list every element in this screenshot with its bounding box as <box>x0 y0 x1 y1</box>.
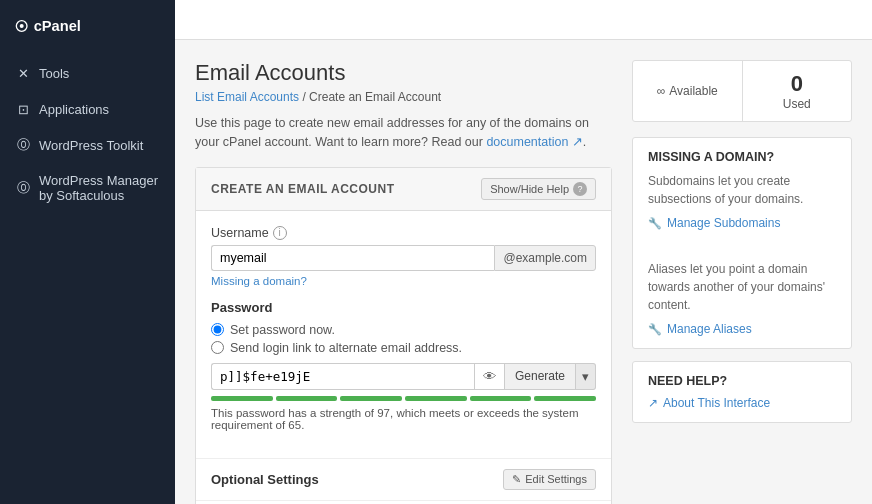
sidebar-item-wordpress-toolkit[interactable]: ⓪ WordPress Toolkit <box>0 127 175 163</box>
right-panel: ∞ Available 0 Used MISSING A DOMAIN? Sub… <box>632 60 852 484</box>
manage-subdomains-link[interactable]: 🔧 Manage Subdomains <box>648 216 836 230</box>
sidebar-item-wp-manager-label: WordPress Manager by Softaculous <box>39 173 160 203</box>
form-card-footer: Stay on this page after I click Create. … <box>196 500 611 505</box>
edit-icon: ✎ <box>512 473 521 486</box>
content-area: Email Accounts List Email Accounts / Cre… <box>175 40 872 504</box>
radio-set-password: Set password now. <box>211 323 596 337</box>
strength-seg-2 <box>276 396 338 401</box>
sidebar-item-wp-toolkit-label: WordPress Toolkit <box>39 138 143 153</box>
sidebar-item-applications-label: Applications <box>39 102 109 117</box>
username-info-icon[interactable]: i <box>273 226 287 240</box>
documentation-link[interactable]: documentation ↗ <box>486 135 582 149</box>
optional-settings-header: Optional Settings ✎ Edit Settings <box>196 458 611 500</box>
form-card-title: CREATE AN EMAIL ACCOUNT <box>211 182 395 196</box>
generate-dropdown-button[interactable]: ▾ <box>576 363 596 390</box>
username-group: Username i @example.com Missing a domain… <box>211 226 596 288</box>
form-card-body: Username i @example.com Missing a domain… <box>196 211 611 458</box>
strength-seg-1 <box>211 396 273 401</box>
form-card-header: CREATE AN EMAIL ACCOUNT Show/Hide Help ? <box>196 168 611 211</box>
available-stat: ∞ Available <box>633 61 743 121</box>
missing-domain-section: MISSING A DOMAIN? Subdomains let you cre… <box>632 137 852 349</box>
need-help-title: NEED HELP? <box>648 374 836 388</box>
box-icon: ⊡ <box>15 101 31 117</box>
breadcrumb: List Email Accounts / Create an Email Ac… <box>195 90 612 104</box>
username-input-group: @example.com <box>211 245 596 271</box>
stats-bar: ∞ Available 0 Used <box>632 60 852 122</box>
sidebar-item-tools[interactable]: ✕ Tools <box>0 55 175 91</box>
left-panel: Email Accounts List Email Accounts / Cre… <box>195 60 612 484</box>
password-input[interactable] <box>211 363 474 390</box>
svg-text:cPanel: cPanel <box>34 18 81 34</box>
strength-seg-6 <box>534 396 596 401</box>
eye-icon: 👁 <box>483 369 496 384</box>
password-input-group: 👁 Generate ▾ <box>211 363 596 390</box>
show-hide-help-button[interactable]: Show/Hide Help ? <box>481 178 596 200</box>
password-strength-text: This password has a strength of 97, whic… <box>211 407 596 431</box>
password-label: Password <box>211 300 596 315</box>
generate-password-button[interactable]: Generate <box>504 363 576 390</box>
username-input[interactable] <box>211 245 494 271</box>
edit-settings-label: Edit Settings <box>525 473 587 485</box>
x-icon: ✕ <box>15 65 31 81</box>
used-value: 0 <box>791 71 803 97</box>
breadcrumb-list-link[interactable]: List Email Accounts <box>195 90 299 104</box>
radio-set-password-input[interactable] <box>211 323 224 336</box>
username-label: Username i <box>211 226 596 240</box>
svg-point-2 <box>20 24 24 28</box>
password-group: Password Set password now. Send login li… <box>211 300 596 431</box>
strength-seg-5 <box>470 396 532 401</box>
password-strength-bar <box>211 396 596 401</box>
strength-seg-4 <box>405 396 467 401</box>
main-content: Email Accounts List Email Accounts / Cre… <box>175 0 872 504</box>
infinity-icon: ∞ <box>657 84 666 98</box>
manage-aliases-link[interactable]: 🔧 Manage Aliases <box>648 322 836 336</box>
about-interface-link[interactable]: ↗ About This Interface <box>648 396 836 410</box>
radio-send-login-label: Send login link to alternate email addre… <box>230 341 462 355</box>
manage-subdomains-label: Manage Subdomains <box>667 216 780 230</box>
top-bar <box>175 0 872 40</box>
wp2-icon: ⓪ <box>15 180 31 196</box>
about-interface-label: About This Interface <box>663 396 770 410</box>
page-description: Use this page to create new email addres… <box>195 114 612 152</box>
used-label: Used <box>783 97 811 111</box>
wrench-icon: 🔧 <box>648 217 662 230</box>
breadcrumb-current: Create an Email Account <box>309 90 441 104</box>
manage-aliases-label: Manage Aliases <box>667 322 752 336</box>
radio-set-password-label: Set password now. <box>230 323 335 337</box>
domain-suffix: @example.com <box>494 245 596 271</box>
sidebar-item-wordpress-manager[interactable]: ⓪ WordPress Manager by Softaculous <box>0 163 175 213</box>
used-stat: 0 Used <box>743 61 852 121</box>
chevron-down-icon: ▾ <box>582 369 589 384</box>
page-title: Email Accounts <box>195 60 612 86</box>
sidebar-logo: cPanel <box>0 0 175 55</box>
wp-icon: ⓪ <box>15 137 31 153</box>
generate-label: Generate <box>515 369 565 383</box>
radio-send-login-input[interactable] <box>211 341 224 354</box>
show-hide-help-label: Show/Hide Help <box>490 183 569 195</box>
missing-domain-link[interactable]: Missing a domain? <box>211 275 307 287</box>
wrench2-icon: 🔧 <box>648 323 662 336</box>
sidebar-item-tools-label: Tools <box>39 66 69 81</box>
edit-settings-button[interactable]: ✎ Edit Settings <box>503 469 596 490</box>
help-icon: ? <box>573 182 587 196</box>
external-link-icon: ↗ <box>648 396 658 410</box>
sidebar-item-applications[interactable]: ⊡ Applications <box>0 91 175 127</box>
missing-domain-section-title: MISSING A DOMAIN? <box>648 150 836 164</box>
need-help-section: NEED HELP? ↗ About This Interface <box>632 361 852 423</box>
missing-domain-desc: Subdomains let you create subsections of… <box>648 172 836 208</box>
available-label: ∞ Available <box>657 84 718 98</box>
radio-send-login: Send login link to alternate email addre… <box>211 341 596 355</box>
sidebar: cPanel ✕ Tools ⊡ Applications ⓪ WordPres… <box>0 0 175 504</box>
toggle-password-visibility-button[interactable]: 👁 <box>474 363 504 390</box>
optional-settings-title: Optional Settings <box>211 472 319 487</box>
create-email-form-card: CREATE AN EMAIL ACCOUNT Show/Hide Help ?… <box>195 167 612 505</box>
strength-seg-3 <box>340 396 402 401</box>
aliases-desc: Aliases let you point a domain towards a… <box>648 260 836 314</box>
